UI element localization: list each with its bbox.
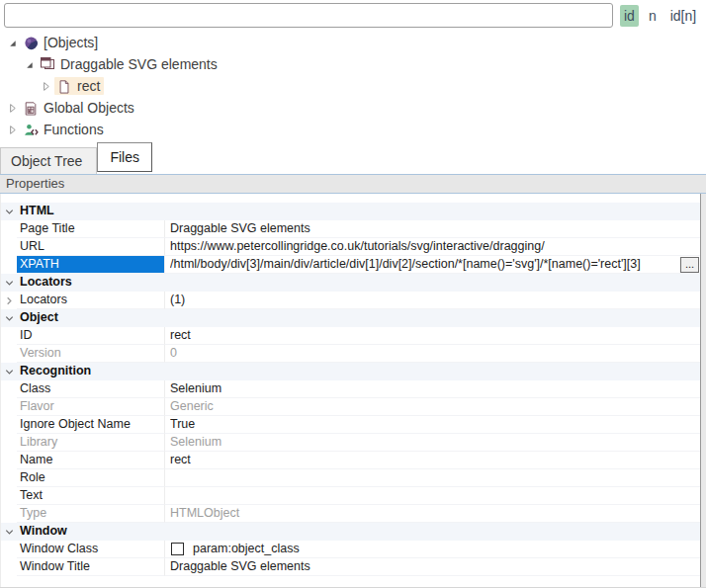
property-label: Window Title xyxy=(17,558,164,576)
expanded-arrow-icon[interactable] xyxy=(5,36,19,49)
property-value[interactable] xyxy=(164,487,706,505)
property-value[interactable]: /html/body/div[3]/main/div/article/div[1… xyxy=(164,256,706,274)
property-row-xpath[interactable]: XPATH/html/body/div[3]/main/div/article/… xyxy=(1,256,706,274)
property-value[interactable]: rect xyxy=(164,327,706,345)
group-row-window[interactable]: Window xyxy=(1,523,706,541)
property-label: Locators xyxy=(17,292,164,309)
property-row-page-title[interactable]: Page TitleDraggable SVG elements xyxy=(1,220,706,238)
property-value-text: rect xyxy=(170,327,706,344)
row-gutter xyxy=(1,558,17,576)
collapsed-arrow-icon[interactable] xyxy=(5,123,19,136)
group-collapse-chevron-icon[interactable] xyxy=(1,363,17,380)
window-class-checkbox[interactable] xyxy=(171,543,184,555)
property-value-text: Draggable SVG elements xyxy=(170,558,706,575)
property-row-text[interactable]: Text xyxy=(1,487,706,505)
property-label: XPATH xyxy=(17,256,164,274)
tree-item-objects[interactable]: [Objects] xyxy=(0,32,706,53)
properties-panel-title: Properties xyxy=(0,174,706,194)
group-name: HTML xyxy=(17,203,706,220)
filter-button-id[interactable]: id xyxy=(620,5,639,27)
property-value-text: (1) xyxy=(170,292,706,308)
expanded-arrow-icon[interactable] xyxy=(22,57,36,71)
property-row-url[interactable]: URLhttps://www.petercollingridge.co.uk/t… xyxy=(1,238,706,256)
group-row-recognition[interactable]: Recognition xyxy=(1,363,706,380)
property-value[interactable]: param:object_class xyxy=(164,541,706,558)
property-value[interactable] xyxy=(164,469,706,487)
group-name: Window xyxy=(17,523,706,541)
xpath-ellipsis-button[interactable]: ... xyxy=(680,257,699,273)
group-name: Locators xyxy=(17,274,706,292)
property-row-class[interactable]: ClassSelenium xyxy=(1,380,706,398)
tree-item-label: Functions xyxy=(44,122,104,137)
property-row-version[interactable]: Version0 xyxy=(1,345,706,363)
group-row-object[interactable]: Object xyxy=(1,309,706,327)
property-value-text: /html/body/div[3]/main/div/article/div[1… xyxy=(170,256,678,273)
collapsed-arrow-icon[interactable] xyxy=(39,79,52,93)
property-label: Window Class xyxy=(17,541,164,558)
tab-object-tree[interactable]: Object Tree xyxy=(0,147,97,174)
global-objects-icon xyxy=(23,100,39,116)
property-row-flavor[interactable]: FlavorGeneric xyxy=(1,398,706,416)
property-value-text: Draggable SVG elements xyxy=(170,220,706,237)
property-value[interactable]: rect xyxy=(164,452,706,469)
object-inspector-panel: idnid[n] [Objects]Draggable SVG elements… xyxy=(0,0,706,588)
row-gutter xyxy=(1,541,17,558)
property-grid: HTMLPage TitleDraggable SVG elementsURLh… xyxy=(0,194,706,587)
row-gutter xyxy=(1,452,17,469)
property-row-ignore-object-name[interactable]: Ignore Object NameTrue xyxy=(1,416,706,434)
filter-button-id-n[interactable]: id[n] xyxy=(666,5,700,27)
property-value[interactable]: https://www.petercollingridge.co.uk/tuto… xyxy=(164,238,706,256)
property-value[interactable]: 0 xyxy=(164,345,706,363)
property-value[interactable]: HTMLObject xyxy=(164,505,706,523)
property-value[interactable]: Draggable SVG elements xyxy=(164,558,706,576)
tree-item-label: [Objects] xyxy=(44,35,98,50)
tree-item-rect[interactable]: rect xyxy=(0,75,706,97)
row-gutter xyxy=(1,380,17,398)
property-row-type[interactable]: TypeHTMLObject xyxy=(1,505,706,523)
property-row-id[interactable]: IDrect xyxy=(1,327,706,345)
row-gutter xyxy=(1,220,17,238)
collapsed-arrow-icon[interactable] xyxy=(5,101,19,115)
property-value-text: Selenium xyxy=(170,380,706,397)
property-label: Library xyxy=(17,434,164,452)
tree-item-functions[interactable]: Functions xyxy=(0,119,706,140)
property-value[interactable]: True xyxy=(164,416,706,434)
tab-files[interactable]: Files xyxy=(97,142,152,172)
property-value-text: Generic xyxy=(170,398,706,415)
property-label: Version xyxy=(17,345,164,363)
property-label: ID xyxy=(17,327,164,345)
property-label: Ignore Object Name xyxy=(17,416,164,434)
property-row-locators[interactable]: Locators(1) xyxy=(1,292,706,309)
property-row-window-title[interactable]: Window TitleDraggable SVG elements xyxy=(1,558,706,576)
row-expand-chevron-icon[interactable] xyxy=(1,292,17,309)
tree-item-global-objects[interactable]: Global Objects xyxy=(0,97,706,119)
row-gutter xyxy=(1,398,17,416)
row-gutter xyxy=(1,256,17,274)
group-collapse-chevron-icon[interactable] xyxy=(1,274,17,292)
group-collapse-chevron-icon[interactable] xyxy=(1,309,17,327)
property-value[interactable]: (1) xyxy=(164,292,706,309)
objects-globe-icon xyxy=(23,35,39,50)
group-row-html[interactable]: HTML xyxy=(1,203,706,220)
property-label: Name xyxy=(17,452,164,469)
group-collapse-chevron-icon[interactable] xyxy=(1,523,17,541)
group-name: Recognition xyxy=(17,363,706,380)
property-value[interactable]: Generic xyxy=(164,398,706,416)
filter-button-n[interactable]: n xyxy=(645,5,661,27)
property-row-name[interactable]: Namerect xyxy=(1,452,706,469)
group-row-locators[interactable]: Locators xyxy=(1,274,706,292)
bottom-tabstrip: Object Tree Files xyxy=(0,142,706,174)
property-value[interactable]: Draggable SVG elements xyxy=(164,220,706,238)
property-value[interactable]: Selenium xyxy=(164,380,706,398)
property-row-role[interactable]: Role xyxy=(1,469,706,487)
property-value[interactable]: Selenium xyxy=(164,434,706,452)
property-label: Type xyxy=(17,505,164,523)
tree-item-label: Global Objects xyxy=(44,100,134,116)
property-row-library[interactable]: LibrarySelenium xyxy=(1,434,706,452)
search-input[interactable] xyxy=(4,3,613,28)
property-value-text: HTMLObject xyxy=(170,505,706,522)
group-collapse-chevron-icon[interactable] xyxy=(1,203,17,220)
property-row-window-class[interactable]: Window Classparam:object_class xyxy=(1,541,706,558)
row-gutter xyxy=(1,345,17,363)
tree-item-draggable-svg-elements[interactable]: Draggable SVG elements xyxy=(0,53,706,75)
